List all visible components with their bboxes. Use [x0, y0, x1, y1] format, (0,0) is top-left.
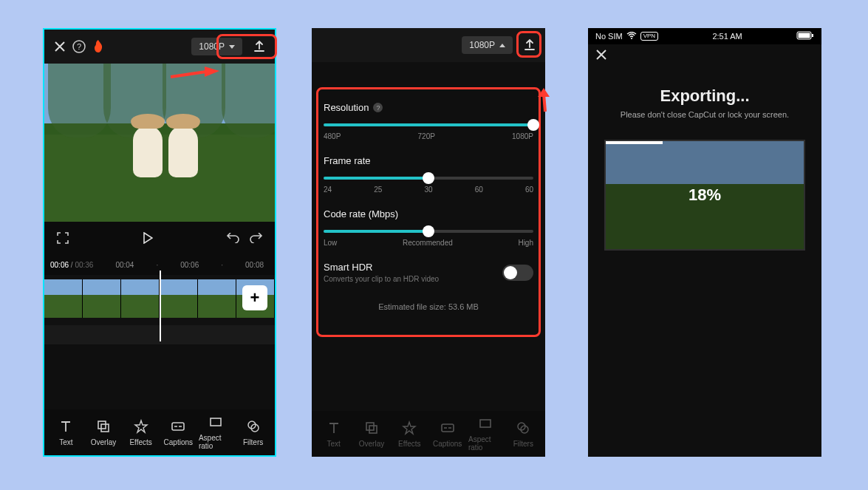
slider-tick: 25 [374, 186, 382, 194]
tool-filters[interactable]: Filters [506, 421, 540, 448]
tool-label: Aspect ratio [468, 435, 502, 452]
tool-label: Text [327, 440, 340, 448]
flame-icon[interactable] [90, 38, 106, 55]
overlay-icon [96, 419, 111, 435]
slider-tick: 60 [525, 186, 533, 194]
progress-bar [606, 141, 663, 144]
framerate-row: Frame rate 24 25 30 60 60 [324, 155, 533, 194]
svg-rect-5 [211, 418, 221, 426]
help-icon[interactable]: ? [373, 103, 383, 112]
tool-aspect[interactable]: Aspect ratio [468, 416, 502, 452]
redo-icon[interactable] [248, 230, 264, 246]
top-bar: ? 1080P [44, 30, 275, 64]
add-clip-button[interactable]: + [242, 285, 267, 310]
status-bar: No SIM VPN 2:51 AM [588, 28, 821, 44]
resolution-chip-label: 1080P [469, 40, 495, 50]
progress-percent-label: 18% [688, 186, 721, 205]
aspect-icon [478, 416, 493, 432]
top-bar: 1080P [312, 28, 545, 62]
exporting-subtitle: Please don't close CapCut or lock your s… [588, 110, 821, 119]
undo-icon[interactable] [225, 230, 241, 246]
coderate-row: Code rate (Mbps) Low Recommended High [324, 208, 533, 247]
tool-effects[interactable]: Effects [392, 421, 426, 448]
help-icon[interactable]: ? [71, 38, 87, 55]
export-icon[interactable] [522, 37, 538, 53]
smart-hdr-row: Smart HDR Converts your clip to an HDR v… [324, 262, 533, 283]
playhead[interactable] [160, 270, 161, 341]
clock-label: 2:51 AM [712, 32, 742, 41]
effects-icon [402, 421, 417, 437]
tool-label: Captions [164, 438, 193, 446]
aspect-icon [208, 415, 223, 431]
close-icon[interactable] [52, 38, 68, 55]
resolution-slider[interactable] [324, 123, 533, 126]
svg-text:?: ? [77, 42, 81, 51]
hdr-note: Converts your clip to an HDR video [324, 275, 439, 283]
chevron-up-icon [499, 44, 505, 47]
export-progress-frame: 18% [604, 140, 805, 251]
svg-rect-10 [366, 423, 374, 430]
slider-tick: Low [324, 239, 337, 247]
filters-icon [246, 419, 261, 435]
svg-rect-4 [172, 423, 184, 430]
close-icon[interactable] [588, 44, 821, 67]
framerate-label: Frame rate [324, 155, 371, 166]
slider-tick: 30 [424, 186, 432, 194]
tool-text[interactable]: Text [317, 421, 351, 448]
time-duration: 00:36 [75, 261, 93, 269]
svg-rect-3 [101, 424, 109, 432]
slider-tick: 480P [324, 132, 341, 140]
tool-label: Overlay [91, 438, 116, 446]
tool-label: Filters [243, 438, 263, 446]
framerate-slider[interactable] [324, 177, 533, 180]
tool-overlay[interactable]: Overlay [86, 419, 120, 446]
text-icon [58, 419, 73, 435]
svg-rect-20 [799, 33, 810, 38]
video-preview[interactable] [44, 64, 275, 222]
tool-label: Overlay [359, 440, 384, 448]
slider-tick: Recommended [403, 239, 453, 247]
slider-tick: 1080P [512, 132, 533, 140]
export-icon[interactable] [251, 38, 267, 55]
slider-tick: 60 [475, 186, 483, 194]
slider-tick: 24 [324, 186, 332, 194]
vpn-badge: VPN [640, 32, 658, 41]
ruler-tick: 00:08 [245, 261, 264, 269]
export-settings-screen: 1080P Resolution? 480P 720P 1080P Frame … [312, 28, 545, 457]
resolution-chip[interactable]: 1080P [462, 36, 513, 54]
exporting-screen: No SIM VPN 2:51 AM Exporting... Please d… [588, 28, 821, 457]
carrier-label: No SIM [595, 32, 623, 41]
tool-effects[interactable]: Effects [124, 419, 158, 446]
coderate-slider[interactable] [324, 230, 533, 233]
chevron-down-icon [229, 45, 235, 49]
tool-captions[interactable]: Captions [161, 419, 195, 446]
svg-rect-11 [369, 426, 377, 433]
captions-icon [171, 419, 185, 435]
ruler-tick: 00:06 [180, 261, 199, 269]
filters-icon [516, 421, 530, 437]
svg-rect-12 [442, 424, 454, 432]
time-current: 00:06 [50, 261, 69, 269]
tool-filters[interactable]: Filters [236, 419, 270, 446]
timeline[interactable]: + [44, 275, 275, 325]
resolution-label: Resolution [324, 102, 369, 113]
effects-icon [134, 419, 148, 435]
resolution-chip[interactable]: 1080P [191, 38, 242, 55]
slider-tick: 720P [418, 132, 435, 140]
tool-row: TextOverlayEffectsCaptionsAspect ratioFi… [44, 409, 275, 455]
tool-aspect[interactable]: Aspect ratio [199, 415, 233, 450]
tool-label: Captions [433, 440, 462, 448]
tool-text[interactable]: Text [49, 419, 83, 446]
captions-icon [440, 421, 455, 437]
svg-rect-21 [812, 34, 813, 37]
tool-overlay[interactable]: Overlay [355, 421, 389, 448]
play-icon[interactable] [140, 230, 156, 246]
ruler-tick: 00:04 [115, 261, 134, 269]
tool-captions[interactable]: Captions [431, 421, 465, 448]
estimated-size-label: Estimated file size: 53.6 MB [312, 302, 545, 311]
exporting-title: Exporting... [588, 86, 821, 106]
slider-tick: High [518, 239, 533, 247]
hdr-toggle[interactable] [502, 265, 533, 281]
editor-screen: ? 1080P 00:06 / 00:36 00:04 [43, 28, 276, 457]
fullscreen-icon[interactable] [55, 230, 71, 246]
